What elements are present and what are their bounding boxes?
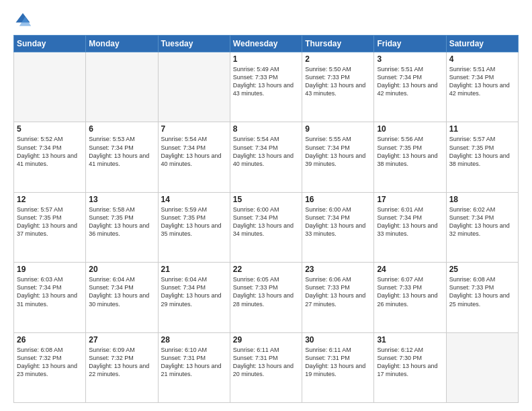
calendar-cell: 22Sunrise: 6:05 AM Sunset: 7:33 PM Dayli… [230,263,302,332]
calendar-row: 26Sunrise: 6:08 AM Sunset: 7:32 PM Dayli… [14,332,519,402]
cell-info: Sunrise: 6:00 AM Sunset: 7:34 PM Dayligh… [305,205,371,238]
calendar-cell: 14Sunrise: 5:59 AM Sunset: 7:35 PM Dayli… [158,192,230,262]
col-header-saturday: Saturday [446,36,518,52]
calendar-cell: 6Sunrise: 5:53 AM Sunset: 7:34 PM Daylig… [86,122,158,192]
calendar-row: 1Sunrise: 5:49 AM Sunset: 7:33 PM Daylig… [14,52,519,122]
day-number: 7 [161,124,227,134]
calendar-cell: 20Sunrise: 6:04 AM Sunset: 7:34 PM Dayli… [86,263,158,332]
calendar-cell: 19Sunrise: 6:03 AM Sunset: 7:34 PM Dayli… [14,263,86,332]
calendar-cell: 21Sunrise: 6:04 AM Sunset: 7:34 PM Dayli… [158,263,230,332]
cell-info: Sunrise: 5:51 AM Sunset: 7:34 PM Dayligh… [449,65,515,98]
calendar-cell: 31Sunrise: 6:12 AM Sunset: 7:30 PM Dayli… [374,332,446,402]
day-number: 26 [17,335,83,345]
day-number: 18 [449,195,515,204]
cell-info: Sunrise: 6:08 AM Sunset: 7:33 PM Dayligh… [449,275,515,308]
calendar-cell: 4Sunrise: 5:51 AM Sunset: 7:34 PM Daylig… [446,52,518,122]
cell-info: Sunrise: 5:57 AM Sunset: 7:35 PM Dayligh… [17,205,83,238]
cell-info: Sunrise: 6:12 AM Sunset: 7:30 PM Dayligh… [377,346,443,379]
col-header-friday: Friday [374,36,446,52]
day-number: 9 [305,124,371,134]
calendar-cell: 3Sunrise: 5:51 AM Sunset: 7:34 PM Daylig… [374,52,446,122]
cell-info: Sunrise: 5:53 AM Sunset: 7:34 PM Dayligh… [89,135,154,168]
calendar-cell [158,52,230,122]
cell-info: Sunrise: 5:49 AM Sunset: 7:33 PM Dayligh… [233,65,299,98]
cell-info: Sunrise: 6:05 AM Sunset: 7:33 PM Dayligh… [233,275,299,308]
cell-info: Sunrise: 5:51 AM Sunset: 7:34 PM Dayligh… [377,65,443,98]
cell-info: Sunrise: 6:09 AM Sunset: 7:32 PM Dayligh… [89,346,154,379]
day-number: 30 [305,335,371,345]
calendar-cell: 25Sunrise: 6:08 AM Sunset: 7:33 PM Dayli… [446,263,518,332]
page: SundayMondayTuesdayWednesdayThursdayFrid… [0,0,532,411]
cell-info: Sunrise: 5:50 AM Sunset: 7:33 PM Dayligh… [305,65,371,98]
day-number: 15 [233,195,299,204]
calendar-row: 5Sunrise: 5:52 AM Sunset: 7:34 PM Daylig… [14,122,519,192]
calendar-cell: 23Sunrise: 6:06 AM Sunset: 7:33 PM Dayli… [302,263,374,332]
cell-info: Sunrise: 6:06 AM Sunset: 7:33 PM Dayligh… [305,275,371,308]
day-number: 12 [17,195,83,204]
cell-info: Sunrise: 6:07 AM Sunset: 7:33 PM Dayligh… [377,275,443,308]
day-number: 27 [89,335,154,345]
calendar: SundayMondayTuesdayWednesdayThursdayFrid… [13,35,519,403]
day-number: 3 [377,54,443,64]
day-number: 5 [17,124,83,134]
calendar-cell: 5Sunrise: 5:52 AM Sunset: 7:34 PM Daylig… [14,122,86,192]
day-number: 24 [377,265,443,274]
day-number: 25 [449,265,515,274]
cell-info: Sunrise: 6:11 AM Sunset: 7:31 PM Dayligh… [305,346,371,379]
col-header-thursday: Thursday [302,36,374,52]
day-number: 4 [449,54,515,64]
day-number: 11 [449,124,515,134]
cell-info: Sunrise: 5:57 AM Sunset: 7:35 PM Dayligh… [449,135,515,168]
calendar-row: 12Sunrise: 5:57 AM Sunset: 7:35 PM Dayli… [14,192,519,262]
day-number: 17 [377,195,443,204]
calendar-cell: 26Sunrise: 6:08 AM Sunset: 7:32 PM Dayli… [14,332,86,402]
col-header-tuesday: Tuesday [158,36,230,52]
calendar-cell: 30Sunrise: 6:11 AM Sunset: 7:31 PM Dayli… [302,332,374,402]
calendar-cell: 17Sunrise: 6:01 AM Sunset: 7:34 PM Dayli… [374,192,446,262]
calendar-cell: 18Sunrise: 6:02 AM Sunset: 7:34 PM Dayli… [446,192,518,262]
cell-info: Sunrise: 6:02 AM Sunset: 7:34 PM Dayligh… [449,205,515,238]
day-number: 23 [305,265,371,274]
day-number: 19 [17,265,83,274]
calendar-cell: 2Sunrise: 5:50 AM Sunset: 7:33 PM Daylig… [302,52,374,122]
col-header-monday: Monday [86,36,158,52]
cell-info: Sunrise: 6:03 AM Sunset: 7:34 PM Dayligh… [17,275,83,308]
day-number: 21 [161,265,227,274]
day-number: 31 [377,335,443,345]
cell-info: Sunrise: 6:04 AM Sunset: 7:34 PM Dayligh… [161,275,227,308]
day-number: 8 [233,124,299,134]
day-number: 16 [305,195,371,204]
day-number: 14 [161,195,227,204]
calendar-cell: 27Sunrise: 6:09 AM Sunset: 7:32 PM Dayli… [86,332,158,402]
calendar-cell: 10Sunrise: 5:56 AM Sunset: 7:35 PM Dayli… [374,122,446,192]
logo [13,11,35,30]
cell-info: Sunrise: 6:01 AM Sunset: 7:34 PM Dayligh… [377,205,443,238]
day-number: 6 [89,124,154,134]
cell-info: Sunrise: 5:58 AM Sunset: 7:35 PM Dayligh… [89,205,154,238]
calendar-cell: 28Sunrise: 6:10 AM Sunset: 7:31 PM Dayli… [158,332,230,402]
cell-info: Sunrise: 5:55 AM Sunset: 7:34 PM Dayligh… [305,135,371,168]
calendar-cell [86,52,158,122]
calendar-header-row: SundayMondayTuesdayWednesdayThursdayFrid… [14,36,519,52]
col-header-wednesday: Wednesday [230,36,302,52]
calendar-cell: 7Sunrise: 5:54 AM Sunset: 7:34 PM Daylig… [158,122,230,192]
calendar-cell [446,332,518,402]
calendar-cell: 29Sunrise: 6:11 AM Sunset: 7:31 PM Dayli… [230,332,302,402]
cell-info: Sunrise: 6:00 AM Sunset: 7:34 PM Dayligh… [233,205,299,238]
logo-icon [13,11,32,30]
day-number: 28 [161,335,227,345]
cell-info: Sunrise: 6:08 AM Sunset: 7:32 PM Dayligh… [17,346,83,379]
day-number: 22 [233,265,299,274]
cell-info: Sunrise: 5:52 AM Sunset: 7:34 PM Dayligh… [17,135,83,168]
day-number: 29 [233,335,299,345]
calendar-cell [14,52,86,122]
day-number: 10 [377,124,443,134]
cell-info: Sunrise: 5:56 AM Sunset: 7:35 PM Dayligh… [377,135,443,168]
header [13,11,519,30]
calendar-cell: 12Sunrise: 5:57 AM Sunset: 7:35 PM Dayli… [14,192,86,262]
calendar-cell: 16Sunrise: 6:00 AM Sunset: 7:34 PM Dayli… [302,192,374,262]
cell-info: Sunrise: 5:54 AM Sunset: 7:34 PM Dayligh… [233,135,299,168]
cell-info: Sunrise: 5:59 AM Sunset: 7:35 PM Dayligh… [161,205,227,238]
calendar-cell: 24Sunrise: 6:07 AM Sunset: 7:33 PM Dayli… [374,263,446,332]
cell-info: Sunrise: 5:54 AM Sunset: 7:34 PM Dayligh… [161,135,227,168]
